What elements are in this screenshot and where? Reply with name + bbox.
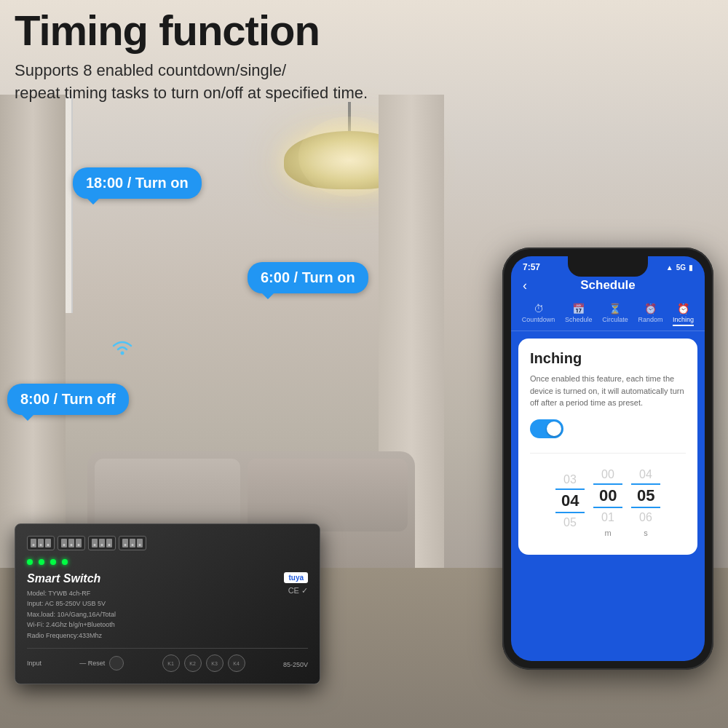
device-body: Smart Switch Model: TYWB 4ch-RF Input: A… [15,523,320,684]
hours-current: 04 [555,488,585,513]
phone-header: ‹ Schedule [511,275,705,298]
phone-mockup: 7:57 ▲ 5G ▮ ‹ Schedule ⏱ Countdown [502,248,713,670]
tab-inching-label: Inching [673,316,694,323]
minutes-current: 00 [593,483,622,508]
tab-random-label: Random [638,316,662,323]
wifi-icon [108,335,137,360]
device-model: Model: TYWB 4ch-RF [27,588,116,598]
minutes-unit: m [604,529,611,537]
seconds-column: 04 05 06 s [631,465,660,537]
battery-icon: ▮ [689,264,693,272]
reset-area: Input [27,660,41,667]
device-badge: tuya CE ✓ [284,572,308,596]
led-3 [50,559,56,565]
minutes-above: 00 [601,465,614,484]
terminal-nc-3 [92,539,98,547]
svg-point-0 [121,352,124,355]
input-label: Input [27,660,41,667]
bubble-18-turn-on: 18:00 / Turn on [73,167,202,199]
countdown-icon: ⏱ [534,303,544,314]
terminal-no-2 [76,539,82,547]
ce-badge: CE ✓ [288,586,308,596]
tab-circulate[interactable]: ⏳ Circulate [602,303,628,326]
k3-button[interactable]: K3 [206,654,223,672]
device-wifi: Wi-Fi: 2.4Ghz b/g/n+Bluetooth [27,620,116,630]
phone-content-card: Inching Once enabled this feature, each … [518,339,697,555]
card-divider [530,453,686,454]
seconds-above: 04 [639,465,652,484]
hours-below: 05 [563,513,577,532]
device-input: Input: AC 85-250V USB 5V [27,598,116,609]
inching-description: Once enabled this feature, each time the… [530,373,686,409]
schedule-title: Schedule [580,278,636,293]
device-bottom: Input — Reset K1 K2 K3 K4 85-250V [27,648,308,672]
terminal-nc-2 [61,539,67,547]
hours-above: 03 [563,470,577,489]
k1-button[interactable]: K1 [162,654,180,672]
led-2 [39,559,44,565]
device-max-load: Max.load: 10A/Gang,16A/Total [27,609,116,620]
terminal-group-4 [119,536,146,550]
toggle-container [530,419,686,441]
led-indicators [27,559,308,565]
reset-button[interactable] [109,656,124,670]
terminal-nc-4 [122,539,128,547]
terminals [27,536,308,550]
tab-schedule[interactable]: 📅 Schedule [565,303,593,326]
inching-title: Inching [530,350,686,367]
time-picker[interactable]: 03 04 05 00 00 01 m 04 [530,459,686,543]
seconds-unit: s [644,529,648,537]
terminal-no-3 [106,539,112,547]
seconds-below: 06 [639,508,652,527]
battery-5g: 5G [676,264,686,272]
k4-button[interactable]: K4 [228,654,245,672]
couch-cushion-left [95,459,240,531]
page-subtitle: Supports 8 enabled countdown/single/repe… [15,60,713,105]
led-4 [62,559,68,565]
bubble-6-turn-on: 6:00 / Turn on [248,262,368,293]
phone-tabs[interactable]: ⏱ Countdown 📅 Schedule ⏳ Circulate ⏰ Ran… [511,298,705,331]
tuya-logo: tuya [284,572,308,583]
bubble-8-turn-off: 8:00 / Turn off [7,384,129,415]
tab-circulate-label: Circulate [602,316,628,323]
k-buttons: K1 K2 K3 K4 [162,654,245,672]
device-label-section: Smart Switch Model: TYWB 4ch-RF Input: A… [27,572,308,641]
reset-btn-area[interactable]: — Reset [79,656,124,670]
seconds-current: 05 [631,483,660,508]
back-button[interactable]: ‹ [523,278,527,293]
inching-toggle[interactable] [530,419,563,438]
curtain-left [0,95,66,568]
random-icon: ⏰ [644,303,657,314]
minutes-column: 00 00 01 m [593,465,622,537]
inching-icon: ⏰ [677,303,689,314]
voltage-label: 85-250V [283,657,308,670]
status-time: 7:57 [523,262,540,272]
tab-schedule-label: Schedule [565,316,593,323]
terminal-com-1 [38,539,44,547]
tab-countdown-label: Countdown [522,316,555,323]
couch-cushion-right [248,459,408,531]
reset-label: — Reset [79,660,105,667]
schedule-icon: 📅 [572,303,585,314]
page-title: Timing function [15,7,713,54]
signal-icon: ▲ [666,264,673,272]
tab-countdown[interactable]: ⏱ Countdown [522,303,555,326]
terminal-group-3 [88,536,116,550]
k2-button[interactable]: K2 [184,654,202,672]
hours-column: 03 04 05 [555,470,585,532]
phone-frame: 7:57 ▲ 5G ▮ ‹ Schedule ⏱ Countdown [502,248,713,670]
minutes-below: 01 [601,508,614,527]
phone-notch [568,256,648,277]
circulate-icon: ⏳ [609,303,621,314]
terminal-no-4 [137,539,143,547]
terminal-group-1 [27,536,55,550]
tab-inching[interactable]: ⏰ Inching [673,303,694,326]
terminal-com-2 [68,539,74,547]
toggle-knob [547,422,561,436]
terminal-com-3 [99,539,105,547]
status-icons: ▲ 5G ▮ [666,264,693,272]
phone-screen: 7:57 ▲ 5G ▮ ‹ Schedule ⏱ Countdown [511,256,705,661]
terminal-com-4 [130,539,135,547]
terminal-group-2 [58,536,85,550]
tab-random[interactable]: ⏰ Random [638,303,662,326]
